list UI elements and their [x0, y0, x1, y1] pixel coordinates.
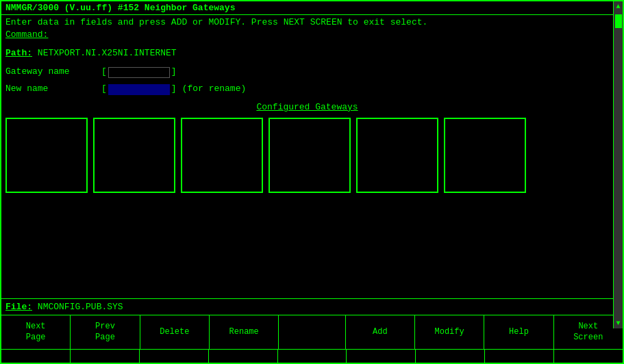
- bottom-cell-9: [554, 350, 623, 363]
- gateway-box-4[interactable]: [269, 118, 351, 193]
- scroll-up-icon[interactable]: ▲: [614, 1, 621, 12]
- gateway-box-4-inner: [273, 122, 347, 189]
- gateway-box-5-inner: [360, 122, 434, 189]
- bottom-cell-1: [1, 350, 71, 363]
- gateway-box-6[interactable]: [444, 118, 526, 193]
- app-title: NMMGR/3000 (V.uu.ff) #152 Neighbor Gatew…: [5, 3, 235, 13]
- new-name-label: New name: [5, 82, 101, 96]
- modify-button[interactable]: Modify: [415, 315, 484, 349]
- terminal-screen: ▲ ▼ NMMGR/3000 (V.uu.ff) #152 Neighbor G…: [0, 0, 624, 364]
- delete-button[interactable]: Delete: [140, 315, 210, 349]
- prev-page-button[interactable]: PrevPage: [71, 315, 140, 349]
- bottom-buttons: NextPage PrevPage Delete Rename Add Modi…: [1, 315, 623, 349]
- gateway-name-label: Gateway name: [5, 65, 101, 79]
- bottom-cell-7: [416, 350, 485, 363]
- path-value: NETXPORT.NI.X25NI.INTERNET: [38, 48, 177, 58]
- title-bar: NMMGR/3000 (V.uu.ff) #152 Neighbor Gatew…: [1, 1, 623, 15]
- gateways-grid: [5, 118, 609, 193]
- file-label: File:: [5, 302, 32, 312]
- bottom-cell-6: [347, 350, 416, 363]
- add-button[interactable]: Add: [346, 315, 415, 349]
- scrollbar[interactable]: ▲ ▼: [613, 1, 623, 328]
- bracket-close-1: ]: [171, 65, 177, 79]
- command-label: Command:: [5, 29, 48, 40]
- bottom-cell-3: [140, 350, 209, 363]
- help-button[interactable]: Help: [484, 315, 553, 349]
- bottom-cell-2: [71, 350, 140, 363]
- new-name-field[interactable]: [108, 84, 170, 95]
- rename-hint: (for rename): [182, 82, 247, 96]
- configured-gateways-title: Configured Gateways: [5, 102, 609, 112]
- gateway-box-2[interactable]: [93, 118, 175, 193]
- gateway-box-3[interactable]: [181, 118, 263, 193]
- bottom-cell-8: [485, 350, 554, 363]
- path-label: Path:: [5, 48, 32, 58]
- next-page-button[interactable]: NextPage: [1, 315, 71, 349]
- gateway-box-1-inner: [10, 122, 84, 189]
- scroll-down-icon[interactable]: ▼: [614, 318, 621, 328]
- gateway-name-row: Gateway name [ ]: [5, 65, 609, 79]
- gateway-box-3-inner: [185, 122, 259, 189]
- bracket-open-1: [: [101, 65, 107, 79]
- file-line: File: NMCONFIG.PUB.SYS: [1, 298, 623, 315]
- gateway-box-2-inner: [97, 122, 171, 189]
- rename-button[interactable]: Rename: [210, 315, 279, 349]
- main-content: Path: NETXPORT.NI.X25NI.INTERNET Gateway…: [1, 42, 623, 298]
- file-value: NMCONFIG.PUB.SYS: [38, 302, 123, 312]
- gateway-name-field[interactable]: [108, 67, 170, 78]
- empty-slot: [279, 315, 345, 349]
- header-instruction: Enter data in fields and press ADD or MO…: [5, 16, 619, 29]
- bottom-row: [1, 349, 623, 363]
- form-section: Gateway name [ ] New name [ ] (for renam…: [5, 65, 609, 96]
- command-line: Command:: [5, 29, 619, 41]
- new-name-row: New name [ ] (for rename): [5, 82, 609, 96]
- bracket-open-2: [: [101, 82, 107, 96]
- gateway-box-5[interactable]: [356, 118, 438, 193]
- gateway-box-1[interactable]: [5, 118, 88, 193]
- bracket-close-2: ]: [171, 82, 177, 96]
- bottom-cell-5: [278, 350, 347, 363]
- gateway-box-6-inner: [448, 122, 522, 189]
- header-section: Enter data in fields and press ADD or MO…: [1, 15, 623, 42]
- next-screen-button[interactable]: NextScreen: [554, 315, 623, 349]
- scrollbar-thumb[interactable]: [615, 14, 622, 28]
- bottom-cell-4: [209, 350, 278, 363]
- path-line: Path: NETXPORT.NI.X25NI.INTERNET: [5, 48, 609, 58]
